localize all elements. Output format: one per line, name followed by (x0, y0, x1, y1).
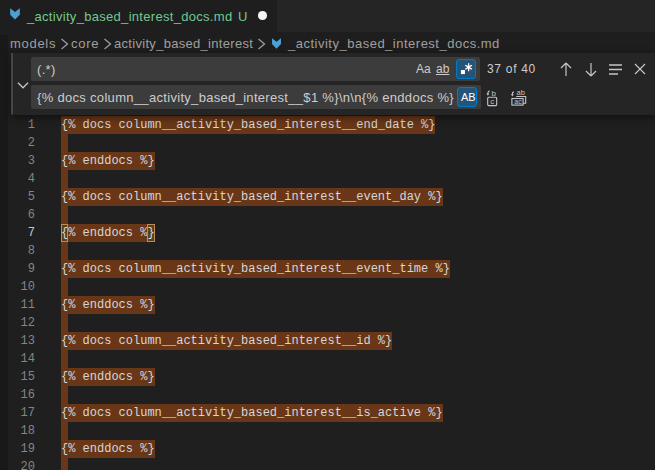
svg-text:ac: ac (514, 98, 522, 105)
svg-text:c: c (490, 97, 494, 106)
